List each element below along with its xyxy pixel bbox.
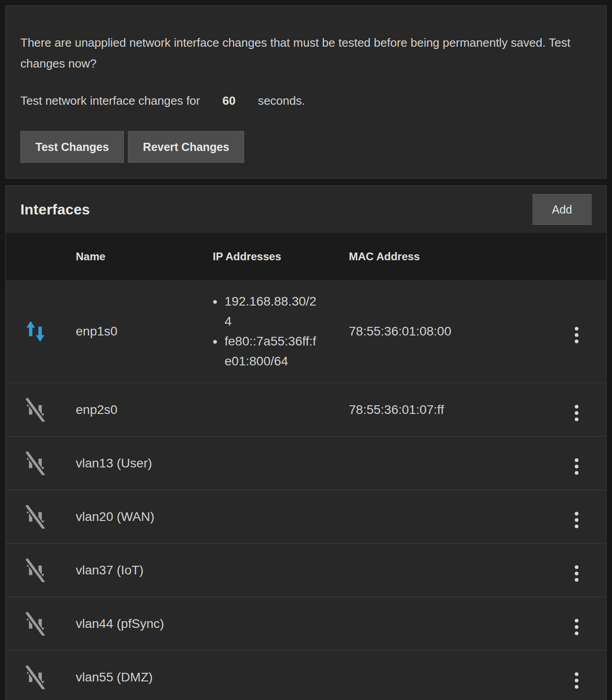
kebab-icon [575,512,578,528]
interfaces-card: Interfaces Add Name IP Addresses MAC Add… [5,185,607,700]
interface-name: vlan44 (pfSync) [76,617,164,631]
test-duration-value[interactable]: 60 [222,94,235,107]
network-disconnected-icon [26,612,45,636]
network-disconnected-icon [26,398,45,422]
row-menu-button[interactable] [568,455,585,478]
kebab-icon [575,565,578,582]
network-disconnected-icon [26,452,45,475]
revert-changes-button[interactable]: Revert Changes [128,131,244,163]
alert-message: There are unapplied network interface ch… [20,32,592,74]
test-duration-prefix: Test network interface changes for [20,94,200,107]
network-up-down-icon [26,320,45,343]
kebab-icon [575,405,578,421]
interface-row[interactable]: vlan13 (User) [6,437,606,490]
kebab-icon [575,619,578,635]
interfaces-table-header-row: Name IP Addresses MAC Address [6,233,606,280]
interface-row[interactable]: enp2s0 78:55:36:01:07:ff [6,383,606,437]
row-menu-button[interactable] [568,508,585,532]
interface-row[interactable]: vlan20 (WAN) [6,490,606,544]
mac-address: 78:55:36:01:08:00 [349,321,451,341]
test-duration-suffix: seconds. [258,94,305,107]
unsaved-changes-alert: There are unapplied network interface ch… [5,5,607,179]
ip-address: 192.168.88.30/24 [224,292,319,331]
interfaces-title: Interfaces [20,201,90,218]
row-menu-button[interactable] [568,562,585,585]
network-settings-page: There are unapplied network interface ch… [0,0,612,700]
interface-name: vlan20 (WAN) [76,510,154,524]
network-disconnected-icon [26,559,45,582]
ip-addresses-column-header: IP Addresses [213,233,349,280]
ip-address: fe80::7a55:36ff:fe01:800/64 [224,331,319,371]
row-menu-button[interactable] [568,615,585,639]
interface-row[interactable]: vlan37 (IoT) [6,544,606,597]
test-duration-line: Test network interface changes for 60 se… [20,90,592,111]
name-column-header: Name [76,233,213,280]
interfaces-table: Name IP Addresses MAC Address enp1s0 192… [6,233,606,700]
actions-column-header [547,233,606,280]
mac-address-column-header: MAC Address [349,233,547,280]
interface-row[interactable]: enp1s0 192.168.88.30/24fe80::7a55:36ff:f… [6,280,606,383]
row-menu-button[interactable] [568,401,585,425]
interface-row[interactable]: vlan55 (DMZ) [6,651,606,700]
interface-name: vlan13 (User) [76,456,152,470]
ip-address-list: 192.168.88.30/24fe80::7a55:36ff:fe01:800… [213,292,319,371]
interface-name: enp1s0 [76,324,118,338]
row-menu-button[interactable] [568,669,585,692]
alert-actions: Test Changes Revert Changes [20,131,592,163]
network-disconnected-icon [26,505,45,529]
kebab-icon [575,672,578,689]
kebab-icon [575,458,578,475]
interface-name: vlan55 (DMZ) [76,670,153,684]
interface-name: enp2s0 [76,403,118,417]
interface-name: vlan37 (IoT) [76,563,143,577]
interfaces-table-body: enp1s0 192.168.88.30/24fe80::7a55:36ff:f… [6,280,606,700]
interfaces-card-header: Interfaces Add [6,186,606,233]
mac-address: 78:55:36:01:07:ff [349,400,451,420]
interface-row[interactable]: vlan44 (pfSync) [6,597,606,651]
network-disconnected-icon [26,666,45,689]
test-changes-button[interactable]: Test Changes [20,131,124,163]
kebab-icon [575,327,578,343]
add-interface-button[interactable]: Add [533,194,592,225]
row-menu-button[interactable] [568,323,585,347]
status-column-header [6,233,76,280]
